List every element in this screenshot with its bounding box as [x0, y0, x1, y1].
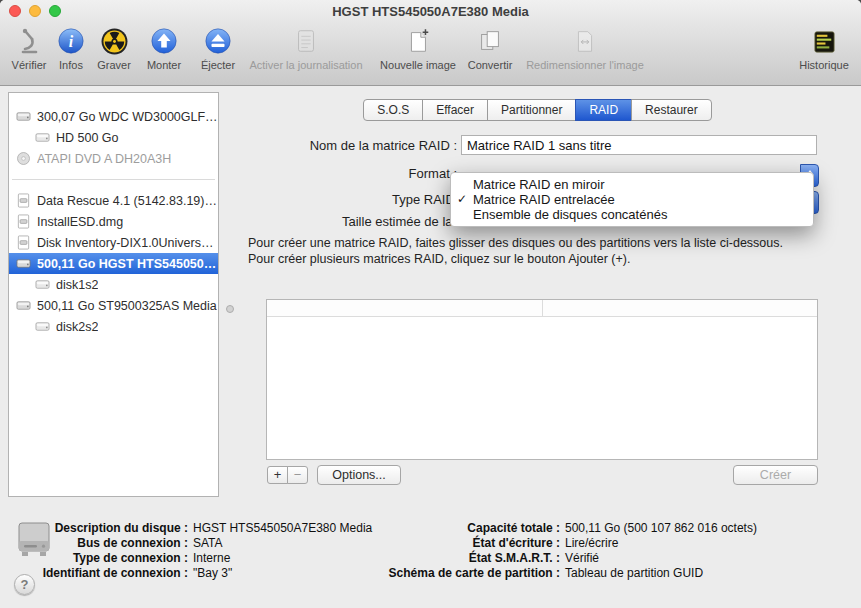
toolbar-burn-button[interactable]: Graver	[92, 25, 136, 71]
sidebar-item-volume-hd500[interactable]: HD 500 Go	[9, 127, 218, 148]
sidebar-item-disk0[interactable]: 300,07 Go WDC WD3000GLF…	[9, 106, 218, 127]
info-value: Vérifié	[565, 551, 599, 565]
menu-item-label: Ensemble de disques concaténés	[473, 207, 667, 222]
info-value: 500,11 Go (500 107 862 016 octets)	[565, 521, 757, 535]
sidebar-item-label: 500,11 Go ST9500325AS Media	[37, 299, 217, 313]
mount-icon	[150, 25, 178, 57]
toolbar-enable-journaling-button: Activer la journalisation	[244, 25, 368, 71]
journal-icon	[292, 25, 320, 57]
toolbar-label: Historique	[799, 59, 849, 71]
tab-bar: S.O.S Effacer Partitionner RAID Restaure…	[230, 99, 845, 121]
sidebar-item-label: 500,11 Go HGST HTS545050…	[37, 257, 216, 271]
toolbar-history-button[interactable]: Historique	[795, 25, 853, 71]
convert-icon	[476, 25, 504, 57]
sidebar-item-image-datarescue[interactable]: Data Rescue 4.1 (5142.83.19)…	[9, 190, 218, 211]
info-label: Capacité totale :	[360, 521, 560, 535]
info-value: Interne	[193, 551, 230, 565]
create-button: Créer	[733, 465, 818, 485]
info-label: Description du disque :	[28, 521, 188, 535]
toolbar-mount-button[interactable]: Monter	[141, 25, 187, 71]
info-value: HGST HTS545050A7E380 Media	[193, 521, 372, 535]
toolbar-eject-button[interactable]: Éjecter	[194, 25, 242, 71]
options-button[interactable]: Options...	[317, 465, 401, 485]
sidebar-item-image-installesd[interactable]: InstallESD.dmg	[9, 211, 218, 232]
tab-partition[interactable]: Partitionner	[487, 99, 576, 121]
toolbar-label: Infos	[59, 59, 83, 71]
sidebar-item-disk-st9500325[interactable]: 500,11 Go ST9500325AS Media	[9, 295, 218, 316]
new-image-icon	[404, 25, 432, 57]
optical-disc-icon	[16, 151, 32, 167]
sidebar-item-label: disk1s2	[56, 278, 98, 292]
checkmark-icon: ✓	[457, 192, 467, 207]
menu-item-concatenated-set[interactable]: Ensemble de disques concaténés	[451, 207, 813, 222]
raid-format-label: Format :	[230, 166, 457, 181]
resize-image-icon	[571, 25, 599, 57]
disk-image-icon	[16, 214, 32, 230]
tab-restore[interactable]: Restaurer	[631, 99, 712, 121]
tab-raid[interactable]: RAID	[575, 99, 632, 121]
menu-item-label: Matrice RAID en miroir	[473, 177, 604, 192]
info-value: "Bay 3"	[193, 566, 232, 580]
sidebar-item-optical-drive[interactable]: ATAPI DVD A DH20A3H	[9, 148, 218, 169]
window-chrome: HGST HTS545050A7E380 Media Vérifier	[0, 0, 861, 86]
disk-utility-window: HGST HTS545050A7E380 Media Vérifier	[0, 0, 861, 608]
disk-image-icon	[16, 235, 32, 251]
raid-help-line2: Pour créer plusieurs matrices RAID, cliq…	[248, 252, 630, 266]
help-button[interactable]: ?	[14, 574, 35, 595]
info-label: État d'écriture :	[360, 536, 560, 550]
sidebar-item-disk-hgst[interactable]: 500,11 Go HGST HTS545050…	[9, 253, 218, 274]
raid-name-label: Nom de la matrice RAID :	[230, 138, 457, 153]
raid-disk-list[interactable]	[266, 299, 818, 460]
window-title: HGST HTS545050A7E380 Media	[0, 4, 861, 19]
raid-name-input[interactable]	[461, 135, 817, 155]
menu-item-label: Matrice RAID entrelacée	[473, 192, 615, 207]
verify-icon	[14, 25, 44, 57]
info-label: Schéma de carte de partition :	[360, 566, 560, 580]
toolbar-label: Graver	[97, 59, 131, 71]
toolbar-label: Redimensionner l'image	[526, 59, 644, 71]
raid-disk-list-header	[267, 300, 817, 317]
info-value: Lire/écrire	[565, 536, 618, 550]
info-icon: i	[57, 25, 85, 57]
toolbar-new-image-button[interactable]: Nouvelle image	[378, 25, 458, 71]
toolbar-label: Vérifier	[12, 59, 47, 71]
remove-slice-button[interactable]: −	[287, 466, 308, 484]
column-divider	[542, 300, 543, 316]
volume-icon	[35, 319, 51, 335]
info-label: État S.M.A.R.T. :	[360, 551, 560, 565]
tab-erase[interactable]: Effacer	[422, 99, 488, 121]
raid-size-label: Taille estimée de la	[342, 214, 453, 229]
toolbar-label: Monter	[147, 59, 181, 71]
disk-icon	[16, 298, 32, 314]
burn-icon	[100, 25, 129, 57]
info-value: Tableau de partition GUID	[565, 566, 703, 580]
tab-sos[interactable]: S.O.S	[363, 99, 423, 121]
toolbar-verify-button[interactable]: Vérifier	[8, 25, 50, 71]
toolbar-label: Nouvelle image	[380, 59, 456, 71]
splitter-handle[interactable]	[226, 305, 234, 313]
eject-icon	[204, 25, 232, 57]
volume-icon	[35, 130, 51, 146]
sidebar-item-label: disk2s2	[56, 320, 98, 334]
sidebar-separator	[9, 169, 218, 190]
toolbar-label: Éjecter	[201, 59, 235, 71]
add-slice-button[interactable]: +	[267, 466, 288, 484]
sidebar-item-label: HD 500 Go	[56, 131, 119, 145]
info-label: Bus de connexion :	[28, 536, 188, 550]
sidebar-item-volume-disk1s2[interactable]: disk1s2	[9, 274, 218, 295]
info-label: Identifiant de connexion :	[28, 566, 188, 580]
device-sidebar: 300,07 Go WDC WD3000GLF… HD 500 Go ATAPI…	[8, 92, 219, 497]
toolbar-resize-image-button: Redimensionner l'image	[526, 25, 644, 71]
menu-item-striped-raid[interactable]: ✓ Matrice RAID entrelacée	[451, 192, 813, 207]
sidebar-item-label: ATAPI DVD A DH20A3H	[37, 152, 171, 166]
sidebar-item-label: Data Rescue 4.1 (5142.83.19)…	[37, 194, 217, 208]
menu-item-mirrored-raid[interactable]: Matrice RAID en miroir	[451, 177, 813, 192]
toolbar-label: Activer la journalisation	[249, 59, 362, 71]
toolbar-convert-button[interactable]: Convertir	[462, 25, 518, 71]
raid-type-menu: Matrice RAID en miroir ✓ Matrice RAID en…	[450, 172, 814, 227]
toolbar-info-button[interactable]: i Infos	[53, 25, 89, 71]
sidebar-item-image-diskinventory[interactable]: Disk Inventory-DIX1.0Univers…	[9, 232, 218, 253]
disk-icon	[16, 109, 32, 125]
titlebar[interactable]: HGST HTS545050A7E380 Media	[0, 0, 861, 22]
sidebar-item-volume-disk2s2[interactable]: disk2s2	[9, 316, 218, 337]
